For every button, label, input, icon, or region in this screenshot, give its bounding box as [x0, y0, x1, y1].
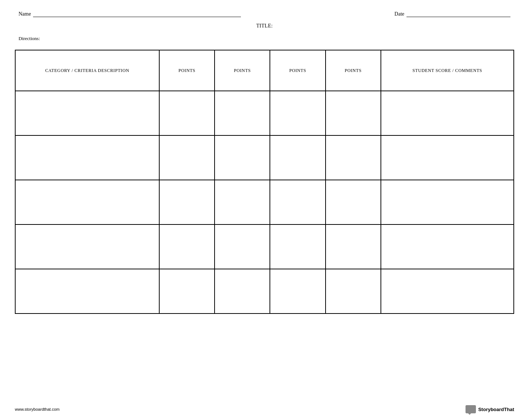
table-header-row: CATEGORY / CRITERIA DESCRIPTION POINTS P…: [15, 50, 514, 91]
cell-row3-score: [381, 180, 514, 224]
date-field: Date: [395, 11, 510, 17]
header-points3: POINTS: [270, 50, 325, 91]
date-line: [406, 11, 510, 17]
cell-row5-points2: [215, 269, 270, 314]
title-label: TITLE:: [256, 23, 272, 29]
cell-row3-points1: [159, 180, 215, 224]
footer: www.storyboardthat.com StoryboardThat: [0, 405, 529, 413]
cell-row5-points4: [326, 269, 381, 314]
date-label: Date: [395, 11, 404, 17]
storyboardthat-logo-icon: [466, 405, 476, 413]
cell-row5-points1: [159, 269, 215, 314]
footer-logo: StoryboardThat: [466, 405, 514, 413]
cell-row4-points3: [270, 224, 325, 269]
header-row: Name Date: [15, 11, 514, 17]
title-row: TITLE:: [15, 23, 514, 29]
table-row: [15, 180, 514, 224]
table-row: [15, 91, 514, 135]
cell-row1-score: [381, 91, 514, 135]
cell-row5-score: [381, 269, 514, 314]
name-line: [33, 11, 241, 17]
cell-row2-points4: [326, 135, 381, 180]
cell-row4-points1: [159, 224, 215, 269]
cell-row4-score: [381, 224, 514, 269]
cell-row5-category: [15, 269, 159, 314]
page: Name Date TITLE: Directions: CATEGORY / …: [0, 0, 529, 420]
cell-row2-score: [381, 135, 514, 180]
table-row: [15, 135, 514, 180]
cell-row1-points2: [215, 91, 270, 135]
name-label: Name: [19, 11, 31, 17]
cell-row4-points4: [326, 224, 381, 269]
footer-logo-text: StoryboardThat: [478, 407, 514, 412]
header-student-score: STUDENT SCORE / COMMENTS: [381, 50, 514, 91]
cell-row2-points2: [215, 135, 270, 180]
footer-url: www.storyboardthat.com: [15, 407, 59, 411]
table-row: [15, 224, 514, 269]
cell-row1-category: [15, 91, 159, 135]
directions-row: Directions:: [15, 36, 514, 42]
table-row: [15, 269, 514, 314]
cell-row1-points3: [270, 91, 325, 135]
name-field: Name: [19, 11, 241, 17]
cell-row2-points3: [270, 135, 325, 180]
header-points2: POINTS: [215, 50, 270, 91]
cell-row1-points1: [159, 91, 215, 135]
header-category: CATEGORY / CRITERIA DESCRIPTION: [15, 50, 159, 91]
logo-that: That: [504, 407, 514, 412]
cell-row2-category: [15, 135, 159, 180]
header-points1: POINTS: [159, 50, 215, 91]
cell-row3-points2: [215, 180, 270, 224]
rubric-table: CATEGORY / CRITERIA DESCRIPTION POINTS P…: [15, 50, 514, 314]
directions-label: Directions:: [19, 36, 40, 41]
cell-row2-points1: [159, 135, 215, 180]
cell-row4-category: [15, 224, 159, 269]
header-points4: POINTS: [326, 50, 381, 91]
logo-story: Storyboard: [478, 407, 504, 412]
cell-row3-points3: [270, 180, 325, 224]
cell-row5-points3: [270, 269, 325, 314]
cell-row1-points4: [326, 91, 381, 135]
cell-row4-points2: [215, 224, 270, 269]
cell-row3-points4: [326, 180, 381, 224]
cell-row3-category: [15, 180, 159, 224]
